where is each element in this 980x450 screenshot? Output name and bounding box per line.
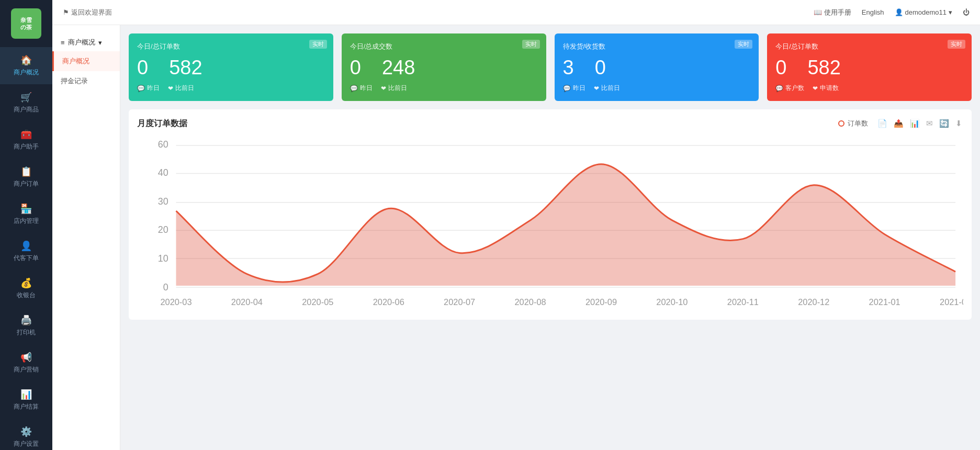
proxy-order-icon: 👤 xyxy=(20,240,32,252)
sidebar-item-merchant-goods[interactable]: 🛒 商户商品 xyxy=(0,84,52,121)
sidebar-item-merchant-settings[interactable]: ⚙️ 商户设置 xyxy=(0,419,52,450)
stat-footer-right-today-orders-red: ❤ 申请数 xyxy=(813,84,839,93)
manual-icon: 📖 xyxy=(814,8,822,16)
sidebar-item-merchant-marketing[interactable]: 📢 商户营销 xyxy=(0,344,52,381)
sidebar-item-printer[interactable]: 🖨️ 打印机 xyxy=(0,307,52,344)
topbar-right: 📖 使用手册 English 👤 demodemo11 ▾ ⏻ xyxy=(814,8,970,17)
svg-text:2020-03: 2020-03 xyxy=(160,297,192,307)
chart-action-table[interactable]: 📄 xyxy=(876,118,888,129)
merchant-helper-label: 商户助手 xyxy=(14,142,39,151)
stat-footer-right-pending-shipment: ❤ 比前日 xyxy=(594,84,620,93)
logo-area: 奈雪 の茶 xyxy=(0,0,52,47)
stat-card-title-today-orders-red: 今日/总订单数 xyxy=(775,42,963,51)
legend-circle xyxy=(838,120,844,127)
sub-sidebar-item-deposit-label: 押金记录 xyxy=(61,77,88,85)
sub-sidebar-item-deposit[interactable]: 押金记录 xyxy=(52,71,120,91)
sidebar-item-cashier[interactable]: 💰 收银台 xyxy=(0,270,52,307)
footer-left-icon-pending-shipment: 💬 xyxy=(563,85,571,92)
merchant-order-icon: 📋 xyxy=(20,166,32,177)
chart-svg: 0 10 20 30 40 60 2020-032020-042020-0520… xyxy=(137,138,963,309)
power-button[interactable]: ⏻ xyxy=(963,8,970,16)
stat-numbers-today-orders: 0 582 xyxy=(137,58,325,77)
logo-line1: 奈雪 xyxy=(20,16,32,24)
chart-title: 月度订单数据 xyxy=(137,118,838,129)
user-button[interactable]: 👤 demodemo11 ▾ xyxy=(895,8,953,16)
merchant-settle-label: 商户结算 xyxy=(14,402,39,411)
user-label: demodemo11 xyxy=(905,8,947,16)
manual-button[interactable]: 📖 使用手册 xyxy=(814,8,851,17)
back-button[interactable]: ⚑ 返回欢迎界面 xyxy=(63,8,112,17)
chart-action-bar[interactable]: 📊 xyxy=(909,118,921,129)
footer-left-icon-today-transactions: 💬 xyxy=(350,85,358,92)
merchant-goods-icon: 🛒 xyxy=(20,92,32,103)
language-button[interactable]: English xyxy=(862,8,884,16)
chart-action-export[interactable]: 📤 xyxy=(893,118,905,129)
sub-sidebar-header-label: 商户概况 xyxy=(68,38,95,47)
back-icon: ⚑ xyxy=(63,8,69,16)
stat-numbers-today-orders-red: 0 582 xyxy=(775,58,963,77)
stat-num-left-today-orders: 0 xyxy=(137,58,148,77)
chart-action-mail[interactable]: ✉ xyxy=(925,118,934,129)
sidebar-item-merchant-order[interactable]: 📋 商户订单 xyxy=(0,159,52,196)
chart-legend: 订单数 xyxy=(838,119,868,128)
footer-right-label-today-orders: 比前日 xyxy=(175,84,194,93)
sidebar-item-merchant-settle[interactable]: 📊 商户结算 xyxy=(0,381,52,419)
stat-card-today-orders-red: 今日/总订单数 实时 0 582 💬 客户数 ❤ 申请数 xyxy=(767,33,972,101)
svg-text:2020-05: 2020-05 xyxy=(302,297,333,307)
stat-badge-today-orders: 实时 xyxy=(309,40,327,49)
chart-action-download[interactable]: ⬇ xyxy=(954,118,963,129)
footer-left-label-today-orders: 昨日 xyxy=(147,84,160,93)
svg-text:2020-07: 2020-07 xyxy=(444,297,475,307)
brand-logo: 奈雪 の茶 xyxy=(11,8,41,39)
user-dropdown-icon: ▾ xyxy=(949,8,952,16)
merchant-marketing-label: 商户营销 xyxy=(14,365,39,374)
footer-right-label-today-orders-red: 申请数 xyxy=(820,84,839,93)
stat-footer-right-today-orders: ❤ 比前日 xyxy=(168,84,194,93)
merchant-goods-label: 商户商品 xyxy=(14,105,39,114)
cashier-label: 收银台 xyxy=(17,291,36,300)
svg-text:2021-02: 2021-02 xyxy=(940,297,963,307)
stat-badge-today-transactions: 实时 xyxy=(522,40,540,49)
sidebar: 奈雪 の茶 🏠 商户概况 🛒 商户商品 🧰 商户助手 📋 商户订单 🏪 店内管理… xyxy=(0,0,52,450)
power-icon: ⏻ xyxy=(963,8,970,16)
svg-text:2021-01: 2021-01 xyxy=(869,297,900,307)
footer-right-icon-today-orders-red: ❤ xyxy=(813,85,818,92)
footer-right-label-today-transactions: 比前日 xyxy=(388,84,407,93)
sub-sidebar-chevron: ▾ xyxy=(98,39,102,47)
topbar: ⚑ 返回欢迎界面 📖 使用手册 English 👤 demodemo11 ▾ ⏻ xyxy=(52,0,980,25)
svg-text:2020-09: 2020-09 xyxy=(585,297,617,307)
sidebar-item-merchant-helper[interactable]: 🧰 商户助手 xyxy=(0,121,52,159)
svg-text:2020-04: 2020-04 xyxy=(231,297,263,307)
proxy-order-label: 代客下单 xyxy=(14,254,39,263)
printer-label: 打印机 xyxy=(17,328,36,337)
cashier-icon: 💰 xyxy=(20,277,32,289)
svg-text:2020-06: 2020-06 xyxy=(373,297,404,307)
main: ⚑ 返回欢迎界面 📖 使用手册 English 👤 demodemo11 ▾ ⏻ xyxy=(52,0,980,450)
sidebar-item-merchant-overview[interactable]: 🏠 商户概况 xyxy=(0,47,52,84)
stat-cards-row: 今日/总订单数 实时 0 582 💬 昨日 ❤ 比前日 今日/总成交数 实时 0… xyxy=(129,33,972,101)
svg-text:30: 30 xyxy=(158,196,168,207)
footer-left-label-today-transactions: 昨日 xyxy=(360,84,373,93)
stat-card-title-today-transactions: 今日/总成交数 xyxy=(350,42,538,51)
stat-num-right-today-orders-red: 582 xyxy=(807,58,840,77)
sidebar-item-store-manage[interactable]: 🏪 店内管理 xyxy=(0,196,52,233)
svg-text:2020-11: 2020-11 xyxy=(727,297,759,307)
content: ≡ 商户概况 ▾ 商户概况 押金记录 今日/总订单数 实时 0 582 � xyxy=(52,25,980,450)
sub-sidebar-header[interactable]: ≡ 商户概况 ▾ xyxy=(52,33,120,51)
merchant-overview-icon: 🏠 xyxy=(20,54,32,66)
user-icon: 👤 xyxy=(895,8,903,16)
footer-right-icon-today-transactions: ❤ xyxy=(381,85,386,92)
merchant-order-label: 商户订单 xyxy=(14,179,39,188)
footer-right-label-pending-shipment: 比前日 xyxy=(601,84,620,93)
footer-left-icon-today-orders: 💬 xyxy=(137,85,145,92)
merchant-helper-icon: 🧰 xyxy=(20,129,32,140)
stat-card-today-orders: 今日/总订单数 实时 0 582 💬 昨日 ❤ 比前日 xyxy=(129,33,333,101)
sidebar-item-proxy-order[interactable]: 👤 代客下单 xyxy=(0,233,52,270)
stat-footer-today-orders-red: 💬 客户数 ❤ 申请数 xyxy=(775,84,963,93)
chart-action-refresh[interactable]: 🔄 xyxy=(938,118,950,129)
printer-icon: 🖨️ xyxy=(20,314,32,326)
footer-left-label-pending-shipment: 昨日 xyxy=(573,84,585,93)
svg-text:20: 20 xyxy=(158,224,168,235)
sub-sidebar-item-overview[interactable]: 商户概况 xyxy=(52,51,120,71)
svg-text:10: 10 xyxy=(158,253,168,264)
